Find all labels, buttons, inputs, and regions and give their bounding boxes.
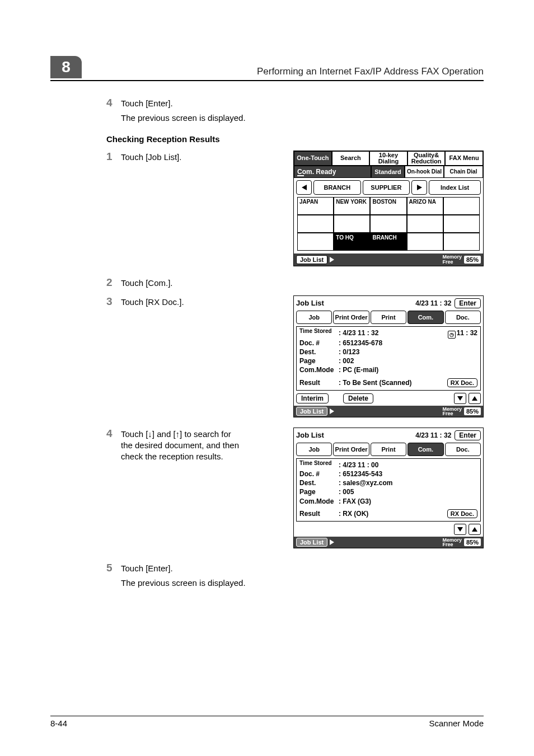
onetouch-cell[interactable] — [407, 215, 443, 233]
dest-value: : 0/123 — [339, 348, 359, 356]
onetouch-cell[interactable] — [407, 233, 443, 251]
step-text: Touch [Job List]. — [121, 151, 250, 163]
doc-label: Doc. # — [299, 469, 339, 478]
delete-button[interactable]: Delete — [343, 393, 373, 403]
branch-button[interactable]: BRANCH — [313, 180, 361, 195]
dest-label: Dest. — [299, 478, 339, 487]
rx-doc-button[interactable]: RX Doc. — [447, 509, 477, 518]
job-list-button[interactable]: Job List — [296, 538, 327, 547]
step-number: 5 — [106, 562, 121, 591]
result-value: : RX (OK) — [339, 509, 368, 518]
joblist-panel-2: Job List 4/23 11 : 32 Enter Job Print Or… — [293, 428, 484, 548]
step-text: Touch [Enter]. — [121, 98, 484, 109]
down-arrow-button[interactable] — [454, 393, 466, 404]
tab-com[interactable]: Com. — [407, 443, 443, 456]
page-value: : 005 — [339, 487, 354, 496]
footer-title: Scanner Mode — [429, 719, 484, 728]
recording-time: ◷11 : 32 — [448, 328, 477, 339]
chapter-header: 8 Performing an Internet Fax/IP Address … — [50, 56, 484, 81]
memory-free-label: MemoryFree 85% — [442, 538, 481, 547]
tab-print[interactable]: Print — [371, 311, 406, 324]
onetouch-cell[interactable]: JAPAN — [297, 197, 334, 215]
tab-10key[interactable]: 10-key Dialing — [369, 151, 407, 166]
tab-print[interactable]: Print — [371, 443, 406, 456]
onetouch-cell[interactable] — [297, 215, 334, 233]
time-stored-label: Time Stored — [299, 461, 339, 469]
onhook-dial-button[interactable]: On-hook Dial — [405, 166, 444, 178]
tab-job[interactable]: Job — [296, 443, 332, 456]
onetouch-cell[interactable]: BRANCH — [370, 233, 406, 251]
down-arrow-button[interactable] — [454, 524, 466, 535]
joblist-panel-1: Job List 4/23 11 : 32 Enter Job Print Or… — [293, 295, 484, 417]
time-stored-value: : 4/23 11 : 00 — [339, 461, 378, 469]
onetouch-cell[interactable] — [370, 215, 406, 233]
section-heading: Checking Reception Results — [106, 134, 484, 144]
up-arrow-button[interactable] — [469, 524, 481, 535]
prev-arrow-button[interactable] — [296, 180, 312, 195]
tab-faxmenu[interactable]: FAX Menu — [445, 151, 483, 166]
onetouch-cell[interactable] — [443, 197, 480, 215]
next-arrow-button[interactable] — [411, 180, 427, 195]
enter-button[interactable]: Enter — [455, 430, 481, 440]
time-stored-value: : 4/23 11 : 32 — [339, 328, 378, 339]
standard-button[interactable]: Standard — [371, 166, 405, 178]
step-number: 3 — [106, 295, 121, 308]
page-value: : 002 — [339, 356, 354, 365]
onetouch-cell[interactable] — [443, 233, 480, 251]
time-stored-label: Time Stored — [299, 328, 339, 339]
onetouch-cell[interactable] — [443, 215, 480, 233]
chapter-number: 8 — [50, 56, 82, 78]
result-label: Result — [299, 378, 339, 387]
dest-value: : sales@xyz.com — [339, 478, 392, 487]
step-5: 5 Touch [Enter]. The previous screen is … — [106, 562, 484, 591]
doc-value: : 6512345-543 — [339, 469, 382, 478]
mode-label: Com.Mode — [299, 365, 339, 374]
tab-onetouch[interactable]: One-Touch — [294, 151, 332, 166]
step-text: Touch [Enter]. — [121, 563, 484, 574]
tab-print-order[interactable]: Print Order — [333, 443, 369, 456]
onetouch-cell[interactable]: NEW YORK — [334, 197, 370, 215]
step-4-first: 4 Touch [Enter]. The previous screen is … — [106, 97, 484, 126]
play-icon — [330, 539, 334, 545]
onetouch-cell[interactable]: TO HQ — [334, 233, 370, 251]
joblist-time: 4/23 11 : 32 — [415, 299, 451, 307]
onetouch-cell[interactable] — [334, 215, 370, 233]
step-number: 2 — [106, 276, 121, 291]
play-icon — [330, 257, 334, 262]
tab-com[interactable]: Com. — [407, 311, 443, 324]
interim-button[interactable]: Interim — [296, 393, 329, 403]
enter-button[interactable]: Enter — [455, 298, 481, 308]
step-text: Touch [↓] and [↑] to search for the desi… — [121, 428, 250, 463]
tab-doc[interactable]: Doc. — [445, 443, 481, 456]
step-2: 2 Touch [Com.]. — [106, 276, 484, 291]
doc-value: : 6512345-678 — [339, 339, 382, 348]
tab-search[interactable]: Search — [332, 151, 370, 166]
result-label: Result — [299, 509, 339, 518]
up-arrow-button[interactable] — [469, 393, 481, 404]
memory-free-label: MemoryFree 85% — [442, 255, 481, 264]
mode-value: : FAX (G3) — [339, 497, 371, 506]
onetouch-cell[interactable] — [297, 233, 334, 251]
supplier-button[interactable]: SUPPLIER — [363, 180, 410, 195]
step-subtext: The previous screen is displayed. — [121, 112, 484, 124]
mode-value: : PC (E-mail) — [339, 365, 378, 374]
onetouch-cell[interactable]: BOSTON — [370, 197, 406, 215]
tab-print-order[interactable]: Print Order — [333, 311, 369, 324]
result-value: : To Be Sent (Scanned) — [339, 378, 411, 387]
rx-doc-button[interactable]: RX Doc. — [447, 378, 477, 387]
chain-dial-button[interactable]: Chain Dial — [444, 166, 483, 178]
memory-free-label: MemoryFree 85% — [442, 407, 481, 416]
tab-job[interactable]: Job — [296, 311, 332, 324]
clock-icon: ◷ — [448, 331, 456, 339]
mode-label: Com.Mode — [299, 497, 339, 506]
onetouch-cell[interactable]: ARIZO NA — [407, 197, 443, 215]
step-text: Touch [Com.]. — [121, 278, 484, 289]
onetouch-panel: One-Touch Search 10-key Dialing Quality&… — [293, 151, 484, 266]
job-list-button[interactable]: Job List — [296, 407, 327, 416]
job-list-button[interactable]: Job List — [296, 255, 327, 264]
doc-label: Doc. # — [299, 339, 339, 348]
index-list-button[interactable]: Index List — [429, 180, 481, 195]
tab-quality[interactable]: Quality& Reduction — [407, 151, 446, 166]
tab-doc[interactable]: Doc. — [445, 311, 481, 324]
step-text: Touch [RX Doc.]. — [121, 295, 250, 308]
